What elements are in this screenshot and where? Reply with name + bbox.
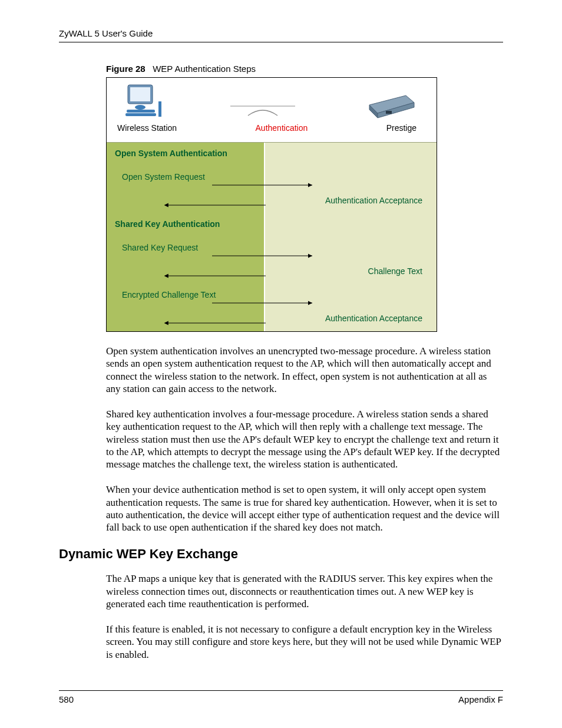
body-text-block-2: The AP maps a unique key that is generat… (106, 572, 503, 661)
paragraph-3: When your device authentication method i… (106, 483, 503, 533)
body-text-block-1: Open system authentication involves an u… (106, 345, 503, 533)
main-content: Figure 28 WEP Authentication Steps (106, 64, 503, 661)
open-header-right (265, 143, 437, 166)
encrypted-right (265, 284, 437, 308)
label-authentication: Authentication (256, 123, 308, 133)
open-accept-text: Authentication Acceptance (273, 196, 428, 205)
label-prestige: Prestige (386, 123, 416, 133)
svg-rect-4 (125, 113, 156, 116)
footer-section: Appendix F (458, 694, 503, 704)
paragraph-5: If this feature is enabled, it is not ne… (106, 623, 503, 661)
figure-diagram: Wireless Station Authentication Prestige… (106, 77, 437, 332)
shared-accept-left-row (107, 308, 264, 331)
running-header: ZyWALL 5 User's Guide (59, 28, 503, 42)
open-system-request-text: Open System Request (122, 172, 205, 182)
svg-rect-3 (127, 110, 155, 113)
encrypted-challenge-text: Encrypted Challenge Text (122, 290, 216, 299)
paragraph-1: Open system authentication involves an u… (106, 345, 503, 395)
shared-key-header: Shared Key Authentication (107, 213, 264, 237)
open-request-right (265, 166, 437, 190)
challenge-left-row (107, 261, 264, 284)
label-wireless-station: Wireless Station (117, 123, 177, 133)
router-icon (362, 93, 415, 121)
figure-title: WEP Authentication Steps (153, 64, 256, 74)
shared-accept-right: Authentication Acceptance (265, 308, 437, 331)
challenge-right: Challenge Text (265, 261, 437, 284)
open-accept-left-row (107, 190, 264, 213)
paragraph-2: Shared key authentication involves a fou… (106, 408, 503, 470)
figure-caption: Figure 28 WEP Authentication Steps (106, 64, 503, 74)
page-number: 580 (59, 694, 74, 704)
figure-label: Figure 28 (106, 64, 146, 74)
svg-rect-5 (158, 101, 161, 117)
open-accept-right: Authentication Acceptance (265, 190, 437, 213)
auth-steps-table: Open System Authentication Open System R… (107, 142, 437, 331)
challenge-text-label: Challenge Text (273, 266, 428, 276)
shared-accept-text: Authentication Acceptance (273, 314, 428, 323)
page-footer: 580 Appendix F (59, 690, 503, 704)
shared-request-right (265, 237, 437, 261)
paragraph-4: The AP maps a unique key that is generat… (106, 572, 503, 610)
shared-key-request-text: Shared Key Request (122, 243, 198, 252)
open-system-header: Open System Authentication (107, 143, 264, 166)
wave-icon (230, 103, 295, 121)
svg-rect-1 (130, 87, 150, 101)
computer-icon (124, 84, 163, 121)
section-heading-dynamic-wep: Dynamic WEP Key Exchange (59, 546, 503, 562)
svg-rect-10 (386, 111, 392, 114)
svg-point-2 (135, 105, 146, 110)
shared-header-right (265, 213, 437, 237)
